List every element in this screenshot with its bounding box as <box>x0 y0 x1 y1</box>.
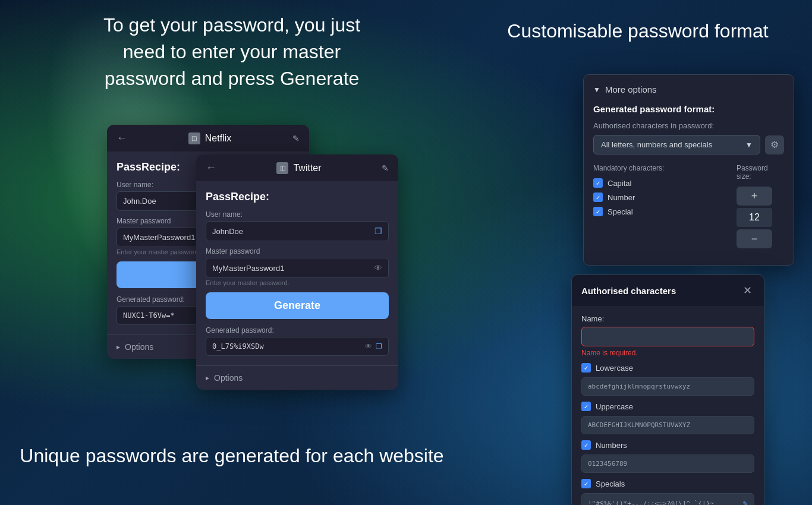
name-input[interactable] <box>581 327 754 346</box>
specials-checkbox[interactable]: ✓ <box>581 479 591 488</box>
specials-label: Specials <box>596 479 625 488</box>
more-options-panel: ▼ More options Generated password format… <box>583 74 794 266</box>
twitter-options-label: Options <box>214 373 243 383</box>
format-section-title: Generated password format: <box>593 104 784 114</box>
lowercase-chars: abcdefghijklmnopqrstuvwxyz <box>581 377 754 396</box>
gear-settings-btn[interactable]: ⚙ <box>765 135 784 154</box>
more-options-chevron-icon: ▼ <box>593 86 600 94</box>
auth-chars-dialog: Authorised characters ✕ Name: Name is re… <box>571 274 764 505</box>
twitter-username-input[interactable]: JohnDoe ❐ <box>206 221 389 241</box>
netflix-icon: ◫ <box>188 132 200 144</box>
numbers-checkbox[interactable]: ✓ <box>581 440 591 450</box>
twitter-master-input[interactable]: MyMasterPassword1 👁 <box>206 258 389 278</box>
right-title: Customisable password format <box>507 20 768 42</box>
netflix-chevron-icon: ▸ <box>117 343 120 351</box>
dialog-close-btn[interactable]: ✕ <box>740 283 754 298</box>
twitter-generate-btn[interactable]: Generate <box>206 292 389 319</box>
twitter-title-area: ◫ Twitter <box>276 162 321 174</box>
netflix-options-label: Options <box>125 342 153 352</box>
specials-chars-text: !"#$%&'()*+,-./:;<=>?@[\]^_`{|}~ <box>588 500 714 506</box>
lowercase-label: Lowercase <box>596 364 633 373</box>
twitter-generated-label: Generated password: <box>206 326 389 334</box>
twitter-icon: ◫ <box>276 162 288 174</box>
name-error-msg: Name is required. <box>581 349 754 357</box>
dialog-title: Authorised characters <box>581 286 676 296</box>
dialog-header: Authorised characters ✕ <box>572 275 764 306</box>
hide-icon[interactable]: 👁 <box>365 342 372 351</box>
mandatory-label: Mandatory characters: <box>593 164 725 172</box>
twitter-header: ← ◫ Twitter ✎ <box>196 154 398 181</box>
main-title: To get your password, you just need to e… <box>77 12 386 91</box>
twitter-username-value: JohnDoe <box>212 227 243 236</box>
capital-row: ✓ Capital <box>593 178 725 188</box>
twitter-passrecipe-label: PassRecipe: <box>206 191 389 203</box>
twitter-title: Twitter <box>293 163 321 173</box>
netflix-edit-btn[interactable]: ✎ <box>292 134 300 143</box>
more-options-header[interactable]: ▼ More options <box>593 84 784 94</box>
netflix-master-value: MyMasterPassword1 <box>123 233 195 242</box>
special-row: ✓ Special <box>593 207 725 216</box>
right-header: Customisable password format <box>464 0 812 45</box>
size-label: Password size: <box>737 164 784 181</box>
special-label: Special <box>608 207 633 216</box>
specials-chars: !"#$%&'()*+,-./:;<=>?@[\]^_`{|}~ ✎ <box>581 493 754 505</box>
twitter-master-label: Master password <box>206 247 389 255</box>
mandatory-section: Mandatory characters: ✓ Capital ✓ Number… <box>593 164 784 251</box>
copy-icon[interactable]: ❐ <box>374 226 382 236</box>
capital-label: Capital <box>608 179 631 188</box>
netflix-title: Netflix <box>205 133 231 144</box>
auth-chars-select-row: All letters, numbers and specials ▼ ⚙ <box>593 135 784 154</box>
copy-gen-icon[interactable]: ❐ <box>376 342 382 351</box>
numbers-row: ✓ Numbers <box>581 440 754 450</box>
auth-chars-select[interactable]: All letters, numbers and specials ▼ <box>593 135 760 154</box>
lowercase-checkbox[interactable]: ✓ <box>581 363 591 373</box>
numbers-chars: 0123456789 <box>581 454 754 473</box>
special-checkbox[interactable]: ✓ <box>593 207 603 216</box>
size-decrement-btn[interactable]: − <box>737 229 772 248</box>
netflix-username-value: John.Doe <box>123 197 156 206</box>
more-options-label: More options <box>605 84 657 94</box>
size-value: 12 <box>737 208 772 227</box>
netflix-title-area: ◫ Netflix <box>188 132 231 144</box>
number-checkbox[interactable]: ✓ <box>593 192 603 202</box>
auth-chars-value: All letters, numbers and specials <box>601 140 712 149</box>
bottom-title: Unique passwords are generated for each … <box>20 443 443 469</box>
uppercase-checkbox[interactable]: ✓ <box>581 402 591 411</box>
netflix-header: ← ◫ Netflix ✎ <box>107 125 309 152</box>
specials-edit-btn[interactable]: ✎ <box>743 498 748 505</box>
twitter-chevron-icon: ▸ <box>206 374 209 382</box>
twitter-generated-input: 0_L7S%i9XSDw 👁 ❐ <box>206 337 389 356</box>
twitter-master-value: MyMasterPassword1 <box>212 264 284 273</box>
dialog-body: Name: Name is required. ✓ Lowercase abcd… <box>572 306 764 505</box>
select-chevron-icon: ▼ <box>745 141 753 149</box>
netflix-back-btn[interactable]: ← <box>117 132 127 144</box>
specials-row: ✓ Specials <box>581 479 754 488</box>
twitter-master-hint: Enter your master password. <box>206 279 389 286</box>
auth-chars-label: Authorised characters in password: <box>593 121 784 130</box>
mandatory-col: Mandatory characters: ✓ Capital ✓ Number… <box>593 164 725 251</box>
uppercase-row: ✓ Uppercase <box>581 402 754 411</box>
twitter-edit-btn[interactable]: ✎ <box>382 163 389 173</box>
size-increment-btn[interactable]: + <box>737 187 772 206</box>
uppercase-label: Uppercase <box>596 402 633 411</box>
number-row: ✓ Number <box>593 192 725 202</box>
twitter-window: ← ◫ Twitter ✎ PassRecipe: User name: Joh… <box>196 154 398 390</box>
numbers-label: Numbers <box>596 441 627 450</box>
twitter-back-btn[interactable]: ← <box>206 162 216 174</box>
name-field-label: Name: <box>581 314 754 323</box>
uppercase-chars: ABCDEFGHIJKLMNOPQRSTUVWXYZ <box>581 416 754 434</box>
size-col: Password size: + 12 − <box>737 164 784 251</box>
capital-checkbox[interactable]: ✓ <box>593 178 603 188</box>
lowercase-row: ✓ Lowercase <box>581 363 754 373</box>
twitter-generated-value: 0_L7S%i9XSDw <box>212 342 264 351</box>
twitter-options-row[interactable]: ▸ Options <box>196 365 398 390</box>
number-label: Number <box>608 193 635 202</box>
twitter-username-label: User name: <box>206 210 389 219</box>
eye-icon[interactable]: 👁 <box>374 263 382 273</box>
twitter-body: PassRecipe: User name: JohnDoe ❐ Master … <box>196 181 398 365</box>
